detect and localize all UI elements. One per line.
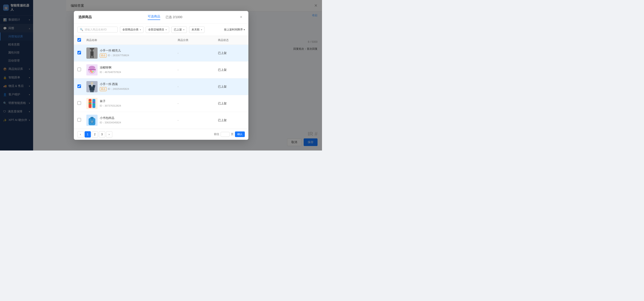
pagination-buttons: ‹ 1 2 3 › (78, 131, 112, 138)
chevron-down-icon: ▾ (183, 29, 184, 31)
tab-selected[interactable]: 已选 2/1000 (166, 15, 182, 19)
row1-thumbnail (86, 48, 98, 59)
svg-rect-3 (90, 51, 94, 56)
svg-rect-4 (90, 56, 92, 58)
row1-status: 已上架 (218, 51, 245, 55)
row3-category: - (178, 85, 218, 88)
svg-point-10 (90, 70, 92, 72)
search-icon: 🔍 (80, 28, 83, 31)
prev-page-button[interactable]: ‹ (78, 131, 84, 138)
pagination: ‹ 1 2 3 › 前往 页 确认 (74, 129, 248, 140)
row4-product-info: 袜子 ID：307376312824 (86, 98, 178, 109)
chevron-down-icon: ▾ (166, 29, 167, 31)
page-1-button[interactable]: 1 (84, 131, 91, 138)
row4-product-details: 袜子 ID：307376312824 (100, 99, 121, 108)
row2-thumbnail (86, 64, 98, 76)
row5-product-id: ID：336334345824 (100, 121, 121, 124)
goto-confirm-button[interactable]: 确认 (235, 131, 245, 137)
goto-label: 前往 (214, 132, 219, 136)
row1-checkbox-cell (78, 51, 86, 55)
relation-filter[interactable]: 未关联 ▾ (189, 27, 204, 33)
svg-rect-30 (90, 117, 94, 119)
row2-product-details: 浴帽呀啊 ID：467648797824 (100, 66, 121, 74)
col-status-header: 商品状态 (218, 38, 245, 42)
row1-product-name: 小手一抖 帽壳儿 (100, 49, 129, 53)
svg-point-8 (89, 66, 95, 69)
store-type-filter[interactable]: 全部店铺类目 ▾ (146, 27, 169, 33)
svg-rect-26 (92, 102, 95, 103)
row5-category: - (178, 119, 218, 122)
dialog-overlay: 选择商品 可选商品 已选 2/1000 × 🔍 全部商品分类 ▾ 全部店铺类目 … (0, 0, 322, 151)
row3-status: 已上架 (218, 85, 245, 89)
chevron-down-icon: ▾ (140, 29, 141, 31)
row4-product-id: ID：307376312824 (100, 104, 121, 108)
row5-product-info: 小书包样品 ID：336334345824 (86, 115, 178, 126)
table-row: 小书包样品 ID：336334345824 - 已上架 (74, 112, 248, 129)
svg-point-11 (92, 71, 94, 72)
svg-point-14 (91, 82, 93, 85)
col-category-header: 商品分类 (178, 38, 218, 42)
goto-page-input[interactable] (221, 132, 230, 137)
row2-category: - (178, 68, 218, 72)
svg-rect-19 (90, 91, 92, 92)
svg-rect-23 (92, 99, 95, 108)
col-name-header: 商品名称 (86, 38, 178, 42)
select-all-cell (78, 38, 86, 42)
row5-thumbnail (86, 115, 98, 126)
row5-checkbox[interactable] (78, 118, 81, 122)
table-row: 小手一抖 西装 卖点 ID：240254445824 - 已上架 (74, 78, 248, 95)
filter-bar: 🔍 全部商品分类 ▾ 全部店铺类目 ▾ 已上架 ▾ 未关联 ▾ 按上架时间降序 (74, 24, 248, 36)
row3-product-id: ID：240254445824 (108, 87, 129, 91)
row4-checkbox-cell (78, 101, 86, 106)
row2-product-id: ID：467648797824 (100, 71, 121, 74)
svg-rect-5 (92, 56, 94, 58)
row2-product-name: 浴帽呀啊 (100, 66, 121, 70)
dialog-tabs: 可选商品 已选 2/1000 (148, 15, 182, 20)
row2-product-info: 浴帽呀啊 ID：467648797824 (86, 64, 178, 76)
row5-product-name: 小书包样品 (100, 116, 121, 120)
sort-button[interactable]: 按上架时间降序 ▾ (224, 28, 245, 32)
row1-product-details: 小手一抖 帽壳儿 卖点 ID：263267759824 (100, 49, 129, 58)
row1-product-info: 小手一抖 帽壳儿 卖点 ID：263267759824 (86, 48, 178, 59)
svg-rect-20 (92, 91, 94, 92)
row5-checkbox-cell (78, 118, 86, 122)
row2-status: 已上架 (218, 68, 245, 72)
row3-product-name: 小手一抖 西装 (100, 82, 129, 86)
svg-point-34 (92, 121, 93, 122)
page-2-button[interactable]: 2 (92, 131, 98, 138)
row4-category: - (178, 102, 218, 105)
svg-point-33 (91, 121, 92, 122)
goto-page-wrap: 前往 页 确认 (214, 131, 245, 137)
row3-product-details: 小手一抖 西装 卖点 ID：240254445824 (100, 82, 129, 91)
dialog-title: 选择商品 (78, 15, 92, 19)
svg-rect-2 (90, 48, 94, 49)
table-row: 袜子 ID：307376312824 - 已上架 (74, 95, 248, 112)
row1-badge: 卖点 (100, 54, 106, 58)
sort-arrow-icon: ▾ (244, 29, 245, 31)
row1-checkbox[interactable] (78, 51, 81, 55)
row2-checkbox[interactable] (78, 68, 81, 71)
next-page-button[interactable]: › (106, 131, 112, 138)
svg-rect-9 (88, 69, 96, 70)
row5-product-details: 小书包样品 ID：336334345824 (100, 116, 121, 124)
search-wrap: 🔍 (78, 27, 118, 33)
row1-product-id: ID：263267759824 (108, 54, 129, 57)
search-input[interactable] (84, 28, 115, 31)
tab-available[interactable]: 可选商品 (148, 15, 160, 20)
product-table-body: 小手一抖 帽壳儿 卖点 ID：263267759824 - 已上架 (74, 45, 248, 129)
select-all-checkbox[interactable] (78, 38, 81, 42)
table-row: 小手一抖 帽壳儿 卖点 ID：263267759824 - 已上架 (74, 45, 248, 62)
dialog-close-icon[interactable]: × (238, 15, 244, 20)
svg-rect-25 (88, 103, 92, 104)
row3-checkbox[interactable] (78, 84, 81, 88)
svg-rect-21 (86, 98, 98, 109)
page-3-button[interactable]: 3 (99, 131, 105, 138)
table-row: 浴帽呀啊 ID：467648797824 - 已上架 (74, 62, 248, 78)
row4-thumbnail (86, 98, 98, 109)
row3-checkbox-cell (78, 84, 86, 89)
row3-badge: 卖点 (100, 87, 106, 91)
status-filter[interactable]: 已上架 ▾ (172, 27, 187, 33)
row4-checkbox[interactable] (78, 101, 81, 105)
row5-status: 已上架 (218, 118, 245, 122)
category-filter[interactable]: 全部商品分类 ▾ (120, 27, 144, 33)
